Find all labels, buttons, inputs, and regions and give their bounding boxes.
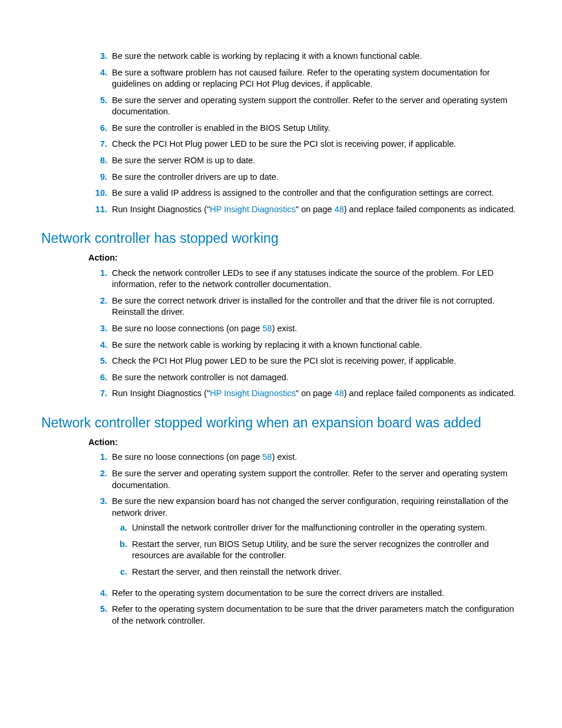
heading-stopped-working: Network controller has stopped working (41, 229, 521, 248)
section1-list: 3.Be sure the network cable is working b… (41, 51, 521, 215)
step-body: Be sure the network controller is not da… (112, 372, 521, 384)
step-number: 5. (88, 355, 107, 367)
step-body: Be sure the server ROM is up to date. (112, 155, 521, 167)
step-body: Be sure the server and operating system … (112, 95, 521, 118)
sub-step-body: Restart the server, run BIOS Setup Utili… (132, 539, 521, 562)
sub-step-body: Uninstall the network controller driver … (132, 522, 521, 534)
step-body: Check the network controller LEDs to see… (112, 268, 521, 291)
list-item: 3.Be sure no loose connections (on page … (41, 323, 521, 335)
list-item: 11.Run Insight Diagnostics ("HP Insight … (41, 204, 521, 216)
list-item: 3.Be sure the new expansion board has no… (41, 496, 521, 582)
step-body: Run Insight Diagnostics ("HP Insight Dia… (112, 204, 521, 216)
step-body: Be sure no loose connections (on page 58… (112, 323, 521, 335)
sub-list-item: b.Restart the server, run BIOS Setup Uti… (112, 539, 521, 562)
step-body: Be sure a software problem has not cause… (112, 67, 521, 90)
list-item: 9.Be sure the controller drivers are up … (41, 172, 521, 183)
step-body: Refer to the operating system documentat… (112, 604, 521, 627)
list-item: 5.Check the PCI Hot Plug power LED to be… (41, 355, 521, 367)
sub-list: a.Uninstall the network controller drive… (112, 522, 521, 578)
step-body: Check the PCI Hot Plug power LED to be s… (112, 355, 521, 367)
step-number: 5. (88, 95, 107, 107)
step-body: Be sure the controller is enabled in the… (112, 123, 521, 134)
step-body: Run Insight Diagnostics ("HP Insight Dia… (112, 388, 521, 400)
list-item: 3.Be sure the network cable is working b… (41, 51, 521, 62)
step-number: 10. (88, 187, 107, 199)
action-label-2: Action: (41, 252, 521, 264)
sub-step-number: a. (112, 522, 127, 534)
step-number: 7. (88, 388, 107, 400)
step-body: Be sure the controller drivers are up to… (112, 172, 521, 183)
cross-ref-link[interactable]: HP Insight Diagnostics (210, 388, 296, 398)
action-label-3: Action: (41, 437, 521, 449)
sub-step-body: Restart the server, and then reinstall t… (132, 566, 521, 578)
page-ref-link[interactable]: 58 (263, 324, 272, 333)
step-number: 3. (88, 496, 107, 508)
page-ref-link[interactable]: 48 (335, 388, 344, 398)
list-item: 7.Run Insight Diagnostics ("HP Insight D… (41, 388, 521, 400)
step-body: Be sure a valid IP address is assigned t… (112, 187, 521, 199)
step-number: 9. (88, 172, 107, 183)
page-ref-link[interactable]: 48 (335, 205, 344, 214)
list-item: 2.Be sure the server and operating syste… (41, 468, 521, 491)
sub-step-number: b. (112, 539, 127, 551)
step-body: Refer to the operating system documentat… (112, 588, 521, 599)
list-item: 6.Be sure the network controller is not … (41, 372, 521, 384)
step-body: Be sure the network cable is working by … (112, 340, 521, 351)
list-item: 1.Be sure no loose connections (on page … (41, 452, 521, 463)
step-number: 3. (88, 323, 107, 335)
document-page: 3.Be sure the network cable is working b… (41, 51, 521, 728)
step-body: Check the PCI Hot Plug power LED to be s… (112, 139, 521, 150)
step-number: 7. (88, 139, 107, 150)
step-number: 8. (88, 155, 107, 167)
step-number: 11. (88, 204, 107, 216)
step-number: 1. (88, 268, 107, 279)
page-ref-link[interactable]: 58 (263, 452, 272, 462)
step-number: 4. (88, 340, 107, 351)
step-body: Be sure the new expansion board has not … (112, 496, 521, 582)
section2-list: 1.Check the network controller LEDs to s… (41, 268, 521, 400)
step-body: Be sure the correct network driver is in… (112, 295, 521, 318)
sub-list-item: c.Restart the server, and then reinstall… (112, 566, 521, 578)
step-body: Be sure the server and operating system … (112, 468, 521, 491)
sub-step-number: c. (112, 566, 127, 578)
cross-ref-link[interactable]: HP Insight Diagnostics (210, 205, 296, 214)
list-item: 7.Check the PCI Hot Plug power LED to be… (41, 139, 521, 150)
list-item: 8.Be sure the server ROM is up to date. (41, 155, 521, 167)
sub-list-item: a.Uninstall the network controller drive… (112, 522, 521, 534)
step-number: 4. (88, 588, 107, 599)
list-item: 2.Be sure the correct network driver is … (41, 295, 521, 318)
heading-expansion-board: Network controller stopped working when … (41, 414, 521, 432)
step-body: Be sure the network cable is working by … (112, 51, 521, 62)
section3-list: 1.Be sure no loose connections (on page … (41, 452, 521, 627)
step-number: 6. (88, 123, 107, 134)
list-item: 5.Refer to the operating system document… (41, 604, 521, 627)
step-number: 2. (88, 295, 107, 307)
step-body: Be sure no loose connections (on page 58… (112, 452, 521, 463)
step-number: 5. (88, 604, 107, 615)
list-item: 4.Refer to the operating system document… (41, 588, 521, 599)
list-item: 4.Be sure a software problem has not cau… (41, 67, 521, 90)
step-number: 6. (88, 372, 107, 384)
list-item: 5.Be sure the server and operating syste… (41, 95, 521, 118)
list-item: 1.Check the network controller LEDs to s… (41, 268, 521, 291)
step-number: 2. (88, 468, 107, 480)
step-number: 3. (88, 51, 107, 62)
list-item: 6.Be sure the controller is enabled in t… (41, 123, 521, 134)
list-item: 4.Be sure the network cable is working b… (41, 340, 521, 351)
step-number: 4. (88, 67, 107, 79)
step-number: 1. (88, 452, 107, 463)
list-item: 10.Be sure a valid IP address is assigne… (41, 187, 521, 199)
